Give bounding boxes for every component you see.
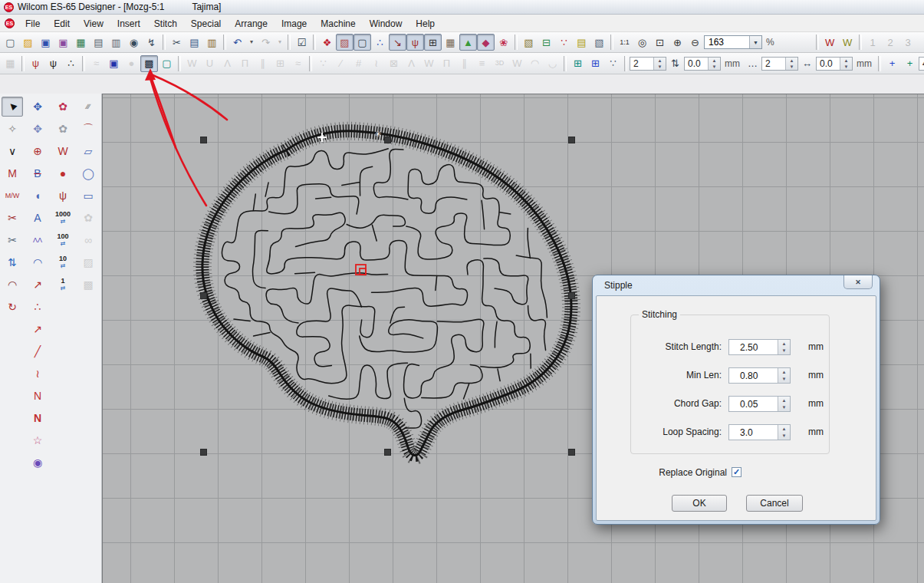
overlap-a-icon[interactable]: ⊞ xyxy=(569,55,587,72)
tool-fusion-fill[interactable]: ▱ xyxy=(77,141,99,161)
loop-spacing-spinner[interactable]: ▲▼ xyxy=(778,425,790,440)
tool-n-outline[interactable]: N xyxy=(27,386,48,406)
menu-arrange[interactable]: Arrange xyxy=(228,16,275,31)
tool-flower-edit[interactable]: ✿ xyxy=(52,119,74,139)
selection-handle[interactable] xyxy=(568,137,575,143)
tool-bead-stitch[interactable]: ∴ xyxy=(27,297,48,317)
dialog-title-bar[interactable]: Stipple ✕ xyxy=(593,275,880,295)
stitch-zigzag-icon[interactable]: Λ xyxy=(219,55,236,72)
stitch-dot-icon[interactable]: ∵ xyxy=(314,55,332,72)
tool-scale-10[interactable]: 10⇄ xyxy=(52,252,74,272)
spinner-arrows[interactable]: ▲▼ xyxy=(840,58,852,70)
menu-stitch[interactable]: Stitch xyxy=(147,16,184,31)
stitch-length-spinner[interactable]: ▲▼ xyxy=(778,340,790,354)
tool-radial-fill[interactable]: ◉ xyxy=(27,453,48,473)
stitch-select-points-icon[interactable]: ∴ xyxy=(62,55,80,72)
selection-handle[interactable] xyxy=(568,292,575,299)
stitch-peak-icon[interactable]: Λ xyxy=(403,55,420,72)
menu-special[interactable]: Special xyxy=(184,16,228,31)
outline-vector-icon[interactable]: ▢ xyxy=(158,55,176,72)
tool-photo-flash[interactable]: ▨ xyxy=(77,252,99,272)
tool-stipple-preview[interactable]: ▩ xyxy=(77,275,99,295)
tool-freehand-select[interactable]: ✧ xyxy=(2,119,23,139)
selection-handle[interactable] xyxy=(200,292,207,299)
tool-ellipse-tool[interactable]: ◯ xyxy=(77,163,99,183)
stitch-edit-black-icon[interactable]: ψ xyxy=(44,55,62,72)
tool-n-fill[interactable]: N xyxy=(27,408,48,428)
backdrop-view-icon[interactable]: ▲ xyxy=(459,34,477,51)
tool-length-gauge[interactable]: ⇅ xyxy=(2,252,23,272)
tool-scale-100[interactable]: 100⇄ xyxy=(52,230,74,250)
stitch-fence-icon[interactable]: # xyxy=(350,55,367,72)
stitch-edit-red-icon[interactable]: ψ xyxy=(27,55,44,72)
min-len-input[interactable]: 0.80▲▼ xyxy=(728,367,791,384)
stitch-rows-icon[interactable]: ≡ xyxy=(473,55,491,72)
selection-handle[interactable] xyxy=(384,449,391,456)
stitch-curve-icon[interactable]: ≀ xyxy=(367,55,385,72)
chord-gap-input[interactable]: 0.05▲▼ xyxy=(728,396,791,412)
zoom-box-icon[interactable]: ⊡ xyxy=(651,34,669,51)
stitch-bracket-icon[interactable]: Π xyxy=(438,55,455,72)
prepare-image-icon[interactable]: ▧ xyxy=(520,34,538,51)
stitch-lattice-icon[interactable]: ⊞ xyxy=(271,55,289,72)
stitch-feather-icon[interactable]: W xyxy=(508,55,526,72)
copy-icon[interactable]: ▤ xyxy=(186,34,203,51)
cut-icon[interactable]: ✂ xyxy=(168,34,186,51)
tool-rectangle-tool[interactable]: ▭ xyxy=(77,186,99,206)
selection-handle[interactable] xyxy=(384,137,391,143)
tool-stitch-types[interactable]: M/W xyxy=(2,186,23,206)
import-worksheet-icon[interactable]: W xyxy=(839,34,857,51)
image-settings-icon[interactable]: ▧ xyxy=(590,34,608,51)
hatch-view-icon[interactable]: ▨ xyxy=(336,34,353,51)
stitch-bars-icon[interactable]: ∥ xyxy=(455,55,473,72)
outline-offset-icon[interactable]: ▣ xyxy=(105,55,123,72)
tool-select[interactable]: ► xyxy=(2,97,23,117)
tool-arrow-run[interactable]: ↗ xyxy=(27,319,48,339)
stitch-3d-icon[interactable]: 3D xyxy=(491,55,508,72)
stitch-satin-icon[interactable]: W xyxy=(183,55,201,72)
zoom-in-icon[interactable]: ⊕ xyxy=(669,34,686,51)
tool-scale-1000[interactable]: 1000⇄ xyxy=(52,208,74,228)
tool-lettering[interactable]: A xyxy=(27,208,48,228)
menu-file[interactable]: File xyxy=(18,16,47,31)
stitch-contour-icon[interactable]: ◠ xyxy=(526,55,544,72)
tool-shell-fill[interactable]: ◖ xyxy=(27,186,48,206)
page-number-spinner[interactable]: 4▲▼ xyxy=(919,57,924,71)
selection-handle[interactable] xyxy=(568,449,575,456)
center-cross-b-icon[interactable]: + xyxy=(901,55,919,72)
mini-dots-icon[interactable]: ∵ xyxy=(604,55,622,72)
color-film-icon[interactable]: ∵ xyxy=(555,34,573,51)
connect-machine-icon[interactable]: ↯ xyxy=(143,34,160,51)
tool-no-backstitch[interactable]: B xyxy=(27,163,48,183)
overlap-b-icon[interactable]: ⊞ xyxy=(587,55,604,72)
menu-help[interactable]: Help xyxy=(409,16,442,31)
tool-flower-input[interactable]: ✿ xyxy=(52,97,74,117)
tool-penetration-tool[interactable]: ψ xyxy=(52,186,74,206)
hoop-view-icon[interactable]: ▦ xyxy=(442,34,459,51)
tool-satin-column[interactable]: ● xyxy=(52,163,74,183)
bitmap-artwork-view-icon[interactable]: ◆ xyxy=(477,34,495,51)
needle-points-view-icon[interactable]: ∴ xyxy=(371,34,389,51)
redo-list-icon[interactable]: ▾ xyxy=(275,34,285,51)
stitch-wm-icon[interactable]: W xyxy=(420,55,438,72)
open-design-icon[interactable]: ▨ xyxy=(19,34,37,51)
selection-handle[interactable] xyxy=(200,137,207,143)
menu-view[interactable]: View xyxy=(77,16,110,31)
penetrations-view-icon[interactable]: ψ xyxy=(406,34,424,51)
menu-image[interactable]: Image xyxy=(275,16,314,31)
menu-window[interactable]: Window xyxy=(363,16,409,31)
zoom-1-1-icon[interactable]: 1:1 xyxy=(616,34,633,51)
save-design-icon[interactable]: ▣ xyxy=(37,34,54,51)
stitch-slant-icon[interactable]: ∕ xyxy=(332,55,350,72)
vector-artwork-view-icon[interactable]: ❀ xyxy=(495,34,512,51)
fill-holes-icon[interactable]: ● xyxy=(123,55,140,72)
tool-outline-run[interactable]: ⊕ xyxy=(27,141,48,161)
menu-insert[interactable]: Insert xyxy=(110,16,147,31)
tool-mirror-pair[interactable]: ΛΛ xyxy=(27,230,48,250)
replace-original-checkbox[interactable]: ✓ xyxy=(732,467,742,477)
underlay-count-spinner[interactable]: 2▲▼ xyxy=(630,57,666,71)
tool-slant-run[interactable]: ╱ xyxy=(27,341,48,361)
width-value-spinner[interactable]: 0.0▲▼ xyxy=(816,57,853,71)
tool-fan-stamp[interactable]: ◠ xyxy=(2,275,23,295)
chord-gap-spinner[interactable]: ▲▼ xyxy=(778,397,790,411)
